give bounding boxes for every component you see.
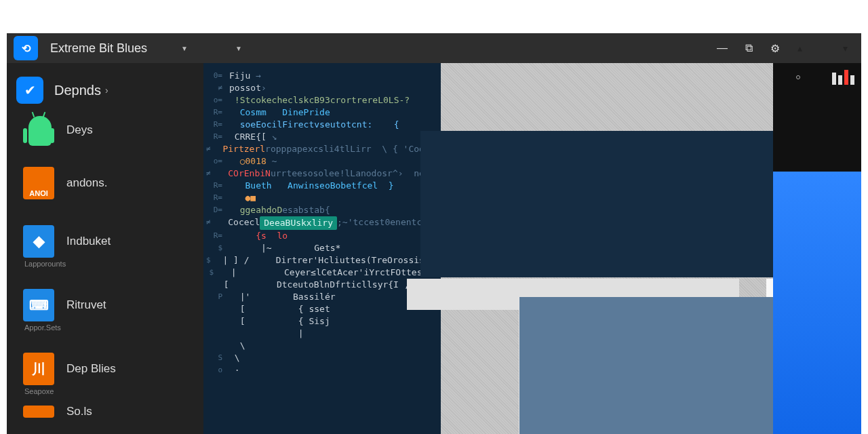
sidebar-header[interactable]: ✔ Depnds › [7, 70, 203, 111]
sidebar-item-deys[interactable]: Deys [7, 111, 203, 150]
sidebar-item-depblies[interactable]: 川 Dep Blies [7, 349, 203, 389]
android-icon [23, 114, 54, 146]
sidebar-item-andons[interactable]: ANOI andons. [7, 163, 203, 203]
code-line[interactable]: P |' Bassilér [203, 291, 441, 303]
code-line[interactable]: o= ○0018 ~ [203, 155, 441, 167]
bars-icon[interactable] [832, 73, 854, 85]
chevron-down-icon[interactable]: ▼ [181, 45, 188, 52]
sidebar-sub: Appor.Sets [7, 323, 203, 332]
right-panel-blue [773, 172, 861, 434]
anoi-icon: ANOI [23, 167, 54, 199]
logo-glyph: ⟲ [22, 42, 31, 55]
code-line[interactable]: R= CRRE{[ ↘ [203, 131, 441, 143]
app-window: ⟲ Extreme Bit Blues ▼ ▼ — ⧉ ⚙ ▴ ▾ ✔ Depn… [7, 33, 861, 434]
code-line[interactable]: 0=Fiju → [203, 70, 441, 82]
code-line[interactable]: o · [203, 364, 441, 376]
copy-icon[interactable]: ⧉ [745, 42, 753, 54]
sidebar-item-indbuket[interactable]: ◆ Indbuket [7, 222, 203, 261]
kanji-icon: 川 [23, 353, 54, 385]
sidebar-item-label: andons. [66, 176, 108, 190]
sidebar: ✔ Depnds › Deys ANOI andons. ◆ [7, 63, 203, 434]
kbd-icon: ⌨ [23, 289, 54, 321]
code-line[interactable]: R= ●■ [203, 192, 441, 204]
chevron-up-icon[interactable]: ▴ [797, 43, 802, 54]
sidebar-item-label: Dep Blies [66, 362, 116, 376]
code-line[interactable]: $ | ] / Dirtrer'Hcliuttes(TreOrossisceDr… [203, 254, 441, 267]
code-line[interactable]: ≠ Pirtzerlropppapexcsli4tlLirr \ { 'Code… [203, 143, 441, 155]
editor-area: 0=Fiju →≠possot›o= !StcokecheclskcB93cro… [203, 63, 773, 434]
project-title[interactable]: Extreme Bit Blues [50, 41, 147, 56]
sidebar-item-ritruvet[interactable]: ⌨ Ritruvet [7, 285, 203, 325]
sidebar-item-label: Ritruvet [66, 298, 106, 312]
app-logo-icon[interactable]: ⟲ [14, 36, 38, 60]
code-line[interactable]: $ |~ Gets* [203, 242, 441, 254]
code-line[interactable]: o= !StcokecheclskcB93crortrereL0LS-? [203, 94, 441, 106]
code-editor[interactable]: 0=Fiju →≠possot›o= !StcokecheclskcB93cro… [203, 63, 441, 434]
code-line[interactable]: \ [203, 340, 441, 352]
code-line[interactable]: S \ [203, 352, 441, 364]
code-line[interactable]: R= {s lo [203, 230, 441, 242]
sidebar-sub: Lapporounts [7, 260, 203, 268]
diamond-icon: ◆ [23, 225, 54, 258]
code-line[interactable]: ≠ CoceclDeeaBUskxliry;~'tccest0enentc</c… [203, 216, 441, 230]
right-panel-dark [773, 63, 861, 172]
code-line[interactable]: | [203, 328, 441, 340]
sidebar-item-label: So.ls [66, 405, 92, 418]
code-line[interactable]: R= Bueth AnwinseoBobetfcel } [203, 180, 441, 192]
code-line[interactable]: ≠ COrEnbiNurrteesosolee!lLanodosr^› nene… [203, 167, 441, 180]
sidebar-item-sols[interactable]: So.ls [7, 403, 203, 422]
code-line[interactable]: [ DtceutoBlnDfrticllsyr{I ,oortiCortVutl… [203, 279, 441, 291]
settings-icon[interactable]: ⚙ [770, 42, 780, 55]
overlay-panel: ⎙HPRBBE [420, 131, 800, 277]
sidebar-item-label: Indbuket [66, 235, 111, 248]
chevron-down-icon[interactable]: ▾ [843, 43, 848, 54]
minimize-icon[interactable]: — [717, 42, 728, 54]
status-dot-icon [796, 75, 800, 79]
preview-pane [519, 297, 800, 434]
chevron-right-icon: › [105, 85, 108, 96]
sidebar-title: Depnds [54, 83, 101, 98]
blank-icon [23, 406, 54, 418]
chevron-down-icon[interactable]: ▼ [235, 45, 242, 52]
right-panel [773, 63, 861, 434]
code-line[interactable]: R= soeEocilFirectvseutotcnt: { [203, 119, 441, 131]
code-line[interactable]: R= Cosmm DinePride [203, 106, 441, 119]
sidebar-item-label: Deys [66, 123, 93, 137]
code-line[interactable]: D= ggeahdoDesabstab{ [203, 204, 441, 216]
code-line[interactable]: ≠possot› [203, 82, 441, 94]
code-line[interactable]: $ | Ceyer≤lCetAcer'iYrctFOttesece [203, 267, 441, 279]
check-icon: ✔ [16, 77, 43, 104]
code-line[interactable]: [ { Sisj [203, 315, 441, 328]
header-bar: ⟲ Extreme Bit Blues ▼ ▼ — ⧉ ⚙ ▴ ▾ [7, 33, 861, 63]
code-line[interactable]: [ { sset [203, 303, 441, 315]
sidebar-sub: Seapoxe [7, 387, 203, 395]
